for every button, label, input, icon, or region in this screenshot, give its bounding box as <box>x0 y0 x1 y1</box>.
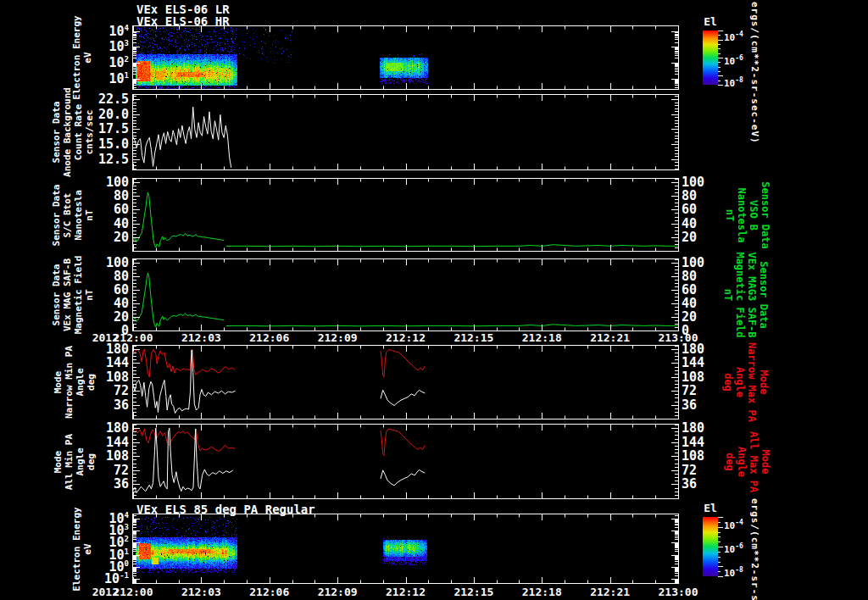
x-tick-label: 212:15 <box>447 586 501 598</box>
colorbar-tick <box>718 527 723 528</box>
plot-frame-narrow_pa <box>132 345 679 419</box>
colorbar-tick <box>718 71 721 72</box>
exponent: 2 <box>125 535 129 543</box>
y-tick-label: 144 <box>682 435 729 450</box>
exponent: -4 <box>735 31 743 38</box>
colorbar-tick <box>718 547 723 547</box>
y-tick-label: 108 <box>682 448 729 464</box>
x-tick-label: 212:00 <box>106 331 160 344</box>
x-tick-label: 213:00 <box>651 586 705 598</box>
exponent: 3 <box>125 523 129 531</box>
colorbar-tick <box>718 562 721 563</box>
colorbar-tick <box>718 31 723 31</box>
colorbar-tick <box>718 58 723 58</box>
exponent: -1 <box>120 571 129 580</box>
exponent: 0 <box>125 559 129 568</box>
x-tick-label: 212:06 <box>242 331 297 344</box>
colorbar-tick <box>718 62 721 63</box>
exponent: -6 <box>735 542 743 550</box>
axis-label-line: All Max PA <box>748 335 760 589</box>
plot-frame-els_spectrogram_bottom <box>132 514 679 584</box>
y-tick-label: 180 <box>682 420 729 436</box>
plot-canvas-vex_mag <box>133 259 678 331</box>
plot-frame-els_spectrogram_top <box>132 25 679 90</box>
y-tick-label: 36 <box>682 476 729 492</box>
x-tick-label: 212:03 <box>174 586 228 598</box>
exponent: -8 <box>735 76 743 84</box>
x-tick-label: 212:00 <box>106 586 160 598</box>
y-tick-label: 72 <box>682 463 729 478</box>
plot-stage: VEx ELS-06 LR VEx ELS-06 HR VEx ELS 85 d… <box>0 0 868 600</box>
colorbar-tick <box>718 522 721 523</box>
colorbar-tick-label: 10-6 <box>724 54 743 67</box>
axis-label-line: eV <box>82 422 93 600</box>
plot-canvas-anode_background <box>133 95 678 169</box>
colorbar-tick-label: 10-4 <box>724 519 743 531</box>
x-tick-label: 212:09 <box>310 586 364 598</box>
exponent: 2 <box>125 55 129 64</box>
colorbar-tick <box>718 35 721 36</box>
x-tick-label: 212:21 <box>583 586 637 598</box>
plot-frame-all_pa <box>132 424 679 499</box>
plot-canvas-sc_btot <box>133 179 678 251</box>
colorbar-title-top: El <box>695 15 726 28</box>
x-tick-label: 212:06 <box>242 586 297 598</box>
plot-canvas-els_spectrogram_bottom <box>133 514 678 583</box>
x-tick-label: 213:00 <box>651 331 705 344</box>
colorbar <box>703 31 718 85</box>
plot-frame-anode_background <box>132 94 679 170</box>
plot-canvas-all_pa <box>133 425 678 498</box>
colorbar-title-bottom: El <box>695 502 726 514</box>
x-tick-label: 212:18 <box>515 331 569 344</box>
plot-frame-vex_mag <box>132 258 679 331</box>
x-tick-label: 212:03 <box>174 331 228 344</box>
colorbar-tick <box>718 517 723 518</box>
left-axis-label-els_spectrogram_bottom: Electron EnergyeV <box>71 422 93 600</box>
exponent: -4 <box>735 519 743 526</box>
exponent: 1 <box>125 71 129 80</box>
colorbar-tick <box>718 532 721 533</box>
colorbar-tick <box>718 536 721 537</box>
x-tick-label: 212:18 <box>515 586 569 598</box>
exponent: 4 <box>125 511 129 519</box>
axis-label-line: Electron Energy <box>71 422 82 600</box>
colorbar-tick <box>718 566 723 567</box>
colorbar-tick <box>718 81 721 81</box>
plot-canvas-narrow_pa <box>133 346 678 419</box>
colorbar-tick <box>718 48 721 49</box>
axis-label-line: Mode <box>53 335 64 589</box>
colorbar-tick-label: 10-6 <box>724 542 743 555</box>
exponent: -8 <box>735 566 743 574</box>
colorbar-tick-label: 10-4 <box>724 31 743 43</box>
x-tick-label: 212:09 <box>310 331 364 344</box>
colorbar-tick <box>718 75 723 76</box>
colorbar-tick <box>718 571 721 572</box>
colorbar-tick-label: 10-8 <box>724 76 743 89</box>
colorbar-tick <box>718 542 721 542</box>
exponent: 1 <box>125 547 129 556</box>
exponent: 4 <box>125 24 129 32</box>
plot-canvas-els_spectrogram_top <box>133 26 678 89</box>
exponent: 3 <box>125 39 129 47</box>
colorbar <box>703 517 718 576</box>
colorbar-tick <box>718 552 721 553</box>
colorbar-tick <box>718 44 721 45</box>
x-tick-label: 212:12 <box>379 586 433 598</box>
plot-frame-sc_btot <box>132 178 679 252</box>
colorbar-tick <box>718 67 721 68</box>
colorbar-tick <box>718 53 721 54</box>
colorbar-tick <box>718 557 721 558</box>
colorbar-tick <box>718 85 723 86</box>
x-tick-label: 212:21 <box>583 331 637 344</box>
exponent: -6 <box>735 54 743 62</box>
colorbar-tick-label: 10-8 <box>724 566 743 579</box>
x-tick-label: 212:15 <box>447 331 501 344</box>
colorbar-tick <box>718 40 723 41</box>
x-tick-label: 212:12 <box>379 331 433 344</box>
colorbar-tick <box>718 576 723 577</box>
axis-label-line: Mode <box>760 335 771 589</box>
